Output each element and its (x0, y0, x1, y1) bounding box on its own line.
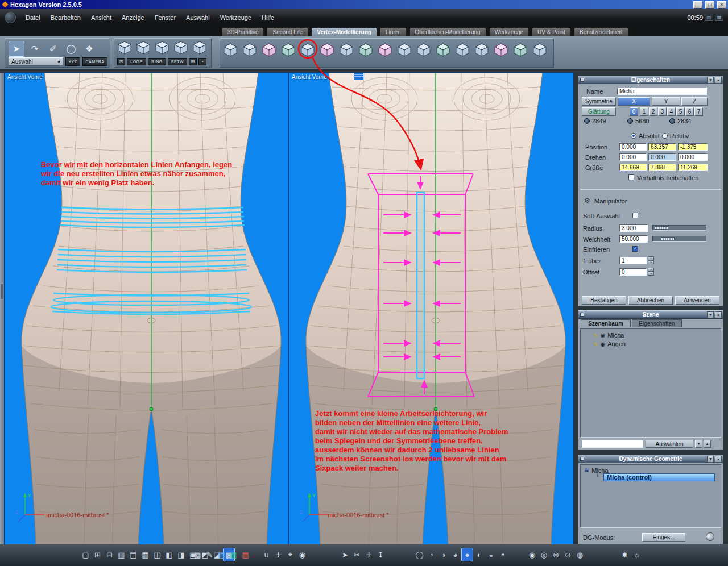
move-icon[interactable]: ✛ (363, 548, 375, 561)
lasso-select-icon[interactable]: ◯ (63, 41, 79, 57)
weichheit-slider[interactable] (652, 236, 706, 242)
tab-3d-primitive[interactable]: 3D-Primitive (222, 27, 264, 36)
select-arrow-icon[interactable]: ➤ (9, 41, 24, 57)
scene-item-micha[interactable]: ✎ ◉ Micha (593, 332, 624, 339)
vertex-tool-icon-8[interactable] (358, 42, 374, 58)
visibility-icon[interactable]: ◍ (574, 548, 586, 561)
vertex-tool-icon-17[interactable] (532, 42, 548, 58)
dg-item-micha-control[interactable]: Micha (control) (603, 473, 715, 481)
zoom-icon[interactable]: ◉ (296, 548, 308, 561)
tab-eigenschaften[interactable]: Eigenschaften (632, 319, 682, 327)
smooth-level-3[interactable]: 3 (658, 107, 667, 116)
smooth-level-4[interactable]: 4 (667, 107, 676, 116)
position-y-field[interactable]: 63.357 (648, 143, 676, 151)
menu-hilfe[interactable]: Hilfe (257, 9, 279, 26)
layout-mode-icon[interactable]: ◫ (151, 548, 163, 561)
layout-mode-icon[interactable]: ▦ (139, 548, 151, 561)
eye-icon[interactable]: ◉ (600, 332, 605, 339)
ueber-spinner[interactable]: ▲ ▼ (648, 256, 654, 264)
shading-mode-icon[interactable]: ◐ (473, 548, 485, 561)
spin-up-icon[interactable]: ▲ (648, 268, 654, 272)
cube-tool-icon[interactable] (117, 40, 133, 56)
weichheit-slider-thumb[interactable] (661, 237, 675, 240)
spin-down-icon[interactable]: ▼ (648, 260, 654, 264)
vertex-tool-icon-7[interactable] (338, 42, 354, 58)
dg-modus-button[interactable]: Einges... (642, 533, 685, 542)
vertex-tool-icon-10[interactable] (396, 42, 412, 58)
drehen-y-field[interactable]: 0.000 (648, 153, 676, 161)
drehen-z-field[interactable]: 0.000 (678, 153, 708, 161)
scene-up-icon[interactable]: ▴ (704, 440, 711, 448)
grid-display-icon[interactable]: ▦ (239, 548, 251, 561)
symmetry-x-button[interactable]: X (618, 97, 650, 106)
layout-mode-icon[interactable]: ⊟ (104, 548, 115, 561)
tab-benutzerdefiniert[interactable]: Benutzerdefiniert (574, 27, 628, 36)
menu-bearbeiten[interactable]: Bearbeiten (46, 9, 86, 26)
layout-mode-icon[interactable]: ◧ (163, 548, 175, 561)
layout-mode-icon[interactable]: ▤ (127, 548, 139, 561)
scene-down-icon[interactable]: ▾ (695, 440, 702, 448)
panel-pin-icon[interactable] (580, 457, 584, 461)
smooth-level-6[interactable]: 6 (685, 107, 694, 116)
spin-up-icon[interactable]: ▲ (648, 256, 654, 260)
visibility-icon[interactable]: ⊚ (550, 548, 562, 561)
loop-button[interactable]: LOOP (127, 58, 146, 65)
tab-szenenbaum[interactable]: Szenenbaum (581, 319, 631, 327)
light-icon[interactable]: ✸ (619, 548, 631, 561)
tab-linien[interactable]: Linien (380, 27, 407, 36)
pen-select-icon[interactable]: ✐ (45, 41, 61, 57)
arc-small-icon[interactable]: ◔ (198, 58, 206, 65)
grid-display-icon[interactable]: ▦ (228, 548, 239, 561)
menu-werkzeuge[interactable]: Werkzeuge (215, 9, 257, 26)
panel-collapse-icon[interactable]: ▾ (707, 311, 714, 318)
panel-close-icon[interactable]: × (715, 311, 722, 318)
auswaehlen-button[interactable]: Auswählen (646, 440, 693, 448)
layout-mode-icon[interactable]: ▥ (115, 548, 127, 561)
panel-pin-icon[interactable] (580, 313, 584, 317)
vertex-tool-icon-4[interactable] (280, 42, 296, 58)
position-z-field[interactable]: -1.375 (678, 143, 708, 151)
groesse-z-field[interactable]: 11.269 (678, 164, 708, 171)
symmetrie-button[interactable]: Symmetrie (582, 97, 616, 106)
smooth-level-1[interactable]: 1 (640, 107, 648, 116)
viewport-grip[interactable] (354, 73, 364, 80)
panel-collapse-icon[interactable]: ▾ (707, 456, 714, 463)
panel-close-icon[interactable]: × (715, 456, 722, 463)
left-splitter[interactable] (0, 73, 5, 544)
magnet-icon[interactable]: ∪ (260, 548, 272, 561)
menu-auswahl[interactable]: Auswahl (181, 9, 215, 26)
keep-ratio-checkbox[interactable] (628, 174, 634, 180)
shading-mode-icon[interactable]: ◑ (437, 548, 449, 561)
tab-werkzeuge[interactable]: Werkzeuge (489, 27, 529, 36)
radius-field[interactable]: 3.000 (619, 224, 648, 232)
shading-mode-icon[interactable]: ◒ (485, 548, 497, 561)
radius-slider[interactable] (652, 225, 706, 231)
anwenden-button[interactable]: Anwenden (675, 296, 719, 305)
visibility-icon[interactable]: ◎ (538, 548, 550, 561)
betw-button[interactable]: BETW (168, 58, 187, 65)
tab-oberflaechen-modellierung[interactable]: Oberflächen-Modellierung (410, 27, 486, 36)
symmetry-z-button[interactable]: Z (681, 97, 708, 106)
tab-vertex-modellierung[interactable]: Vertex-Modellierung (311, 27, 377, 36)
sun-icon[interactable]: ☼ (631, 548, 643, 561)
grid-small-icon[interactable]: ⊞ (189, 58, 197, 65)
grid-display-icon[interactable]: ▦ (216, 548, 228, 561)
panel-close-icon[interactable]: × (715, 77, 722, 84)
abbrechen-button[interactable]: Abbrechen (628, 296, 673, 305)
vertex-tool-icon-15[interactable] (493, 42, 509, 58)
tab-uv-paint[interactable]: UV & Paint (532, 27, 571, 36)
vertex-tool-icon-1[interactable] (222, 42, 238, 58)
multi-select-icon[interactable]: ❖ (81, 41, 97, 57)
shading-mode-icon[interactable]: ◓ (497, 548, 509, 561)
minimize-button[interactable]: _ (693, 1, 702, 9)
camera-button[interactable]: CAMERA (82, 57, 107, 66)
shading-mode-icon[interactable]: ◔ (425, 548, 437, 561)
drehen-x-field[interactable]: 0.000 (619, 153, 647, 161)
smooth-level-7[interactable]: 7 (694, 107, 703, 116)
ueber-field[interactable]: 1 (619, 257, 647, 264)
menu-fenster[interactable]: Fenster (150, 9, 181, 26)
tab-second-life[interactable]: Second Life (267, 27, 308, 36)
absolut-radio[interactable] (631, 133, 636, 139)
menu-datei[interactable]: Datei (20, 9, 46, 26)
bestaetigen-button[interactable]: Bestätigen (582, 296, 626, 305)
